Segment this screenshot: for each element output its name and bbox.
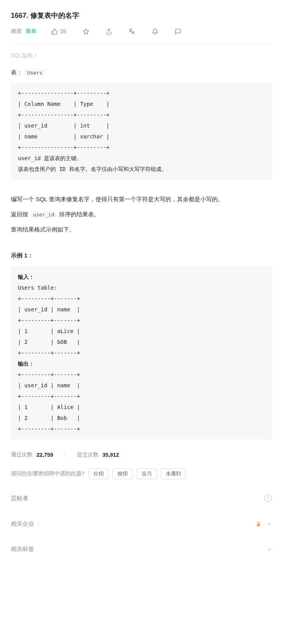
difficulty-label: 难度 (11, 28, 22, 35)
chevron-right-icon (34, 54, 38, 58)
notification-button[interactable] (150, 27, 160, 36)
like-count: 35 (60, 28, 66, 35)
toolbar: 难度 简单 35 (11, 26, 272, 44)
sql-schema-link[interactable]: SQL架构 (11, 52, 38, 59)
example-heading: 示例 1： (11, 250, 272, 261)
table-name-code: Users (24, 69, 45, 76)
feedback-button[interactable] (173, 27, 183, 36)
tag-row: 请问您在哪类招聘中遇到此题? 社招 校招 实习 未遇到 (11, 468, 272, 479)
tags-accordion[interactable]: 相关标签 (11, 538, 272, 561)
problem-paragraph-1: 编写一个 SQL 查询来修复名字，使得只有第一个字符是大写的，其余都是小写的。 (11, 194, 272, 204)
example-block: 输入： Users table: +---------+-------+ | u… (11, 266, 272, 440)
difficulty-value: 简单 (26, 28, 36, 35)
problem-paragraph-2: 返回按 user_id 排序的结果表。 (11, 209, 272, 219)
thumbs-up-icon (51, 28, 58, 35)
lock-icon (256, 521, 261, 527)
submit-value: 35,912 (102, 452, 119, 458)
tag-option-3[interactable]: 未遇到 (161, 468, 186, 479)
stats-divider (65, 452, 65, 458)
chevron-down-icon (267, 547, 272, 552)
contributors-accordion[interactable]: 贡献者 (11, 486, 272, 510)
schema-block: +----------------+---------+ | Column Na… (11, 82, 272, 180)
tag-option-2[interactable]: 实习 (137, 468, 157, 479)
problem-title: 1667. 修复表中的名字 (11, 0, 272, 26)
like-button[interactable]: 35 (50, 27, 68, 36)
pass-value: 22,759 (36, 452, 53, 458)
favorite-button[interactable] (81, 27, 91, 36)
comment-icon (175, 28, 181, 35)
pass-label: 通过次数 (11, 451, 33, 458)
stats-row: 通过次数 22,759 提交次数 35,912 (11, 451, 272, 458)
star-icon (83, 28, 89, 35)
tag-option-0[interactable]: 社招 (89, 468, 109, 479)
tag-question: 请问您在哪类招聘中遇到此题? (11, 470, 85, 477)
translate-icon (128, 28, 135, 35)
bell-icon (152, 28, 158, 35)
tag-option-1[interactable]: 校招 (113, 468, 133, 479)
orderby-code: user_id (30, 211, 57, 218)
svg-marker-0 (83, 29, 89, 34)
chevron-down-icon (267, 521, 272, 527)
submit-label: 提交次数 (77, 451, 99, 458)
share-button[interactable] (104, 27, 114, 36)
translate-button[interactable] (127, 26, 137, 36)
svg-rect-3 (257, 524, 260, 526)
contributor-badge-icon (264, 494, 272, 502)
table-intro: 表： Users (11, 67, 272, 78)
info-icon: i (38, 521, 40, 527)
companies-accordion[interactable]: 相关企业 i (11, 513, 272, 535)
share-icon (106, 28, 112, 35)
problem-paragraph-3: 查询结果格式示例如下。 (11, 224, 272, 235)
